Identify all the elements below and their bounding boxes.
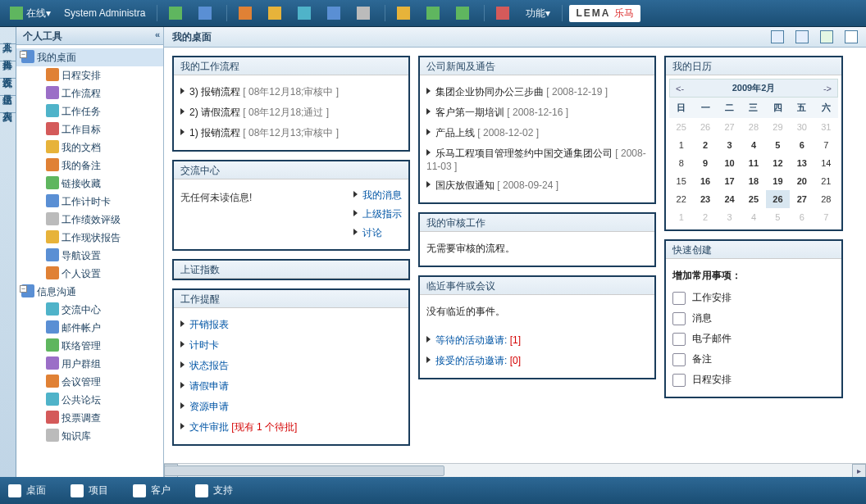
tree-item[interactable]: 交流中心: [16, 301, 163, 319]
tree-item[interactable]: 导航设置: [16, 247, 163, 265]
cal-day[interactable]: 27: [790, 190, 814, 208]
remind-row[interactable]: 状态报告: [180, 356, 402, 376]
cal-day[interactable]: 20: [790, 172, 814, 190]
tree-item[interactable]: 会议管理: [16, 373, 163, 391]
tree-toggle-icon[interactable]: −: [20, 51, 27, 58]
cal-day[interactable]: 15: [669, 172, 693, 190]
sidebar-collapse-icon[interactable]: «: [155, 30, 160, 39]
cal-day[interactable]: 22: [669, 190, 693, 208]
hscroll-thumb[interactable]: [164, 465, 444, 476]
cal-day[interactable]: 24: [718, 190, 741, 208]
cal-day[interactable]: 4: [741, 208, 765, 226]
tree-item[interactable]: 工作计时卡: [16, 193, 163, 211]
status-btn[interactable]: 在线▾: [5, 3, 56, 23]
cal-day[interactable]: 25: [741, 190, 765, 208]
tree-item[interactable]: 我的备注: [16, 157, 163, 175]
news-row[interactable]: 客户第一期培训 [ 2008-12-16 ]: [426, 102, 648, 123]
cal-day[interactable]: 10: [718, 154, 741, 172]
tree-item[interactable]: 工作目标: [16, 120, 163, 138]
cal-day[interactable]: 31: [814, 118, 838, 136]
tree-item[interactable]: 投票调查: [16, 409, 163, 427]
cal-next[interactable]: ->: [818, 81, 837, 96]
cal-day[interactable]: 26: [766, 190, 790, 208]
tb-mail-new[interactable]: [293, 3, 319, 23]
tb-close[interactable]: [491, 3, 517, 23]
cal-day[interactable]: 17: [718, 172, 741, 190]
workflow-row[interactable]: 3) 报销流程 [ 08年12月18;审核中 ]: [180, 82, 402, 102]
cal-day[interactable]: 13: [790, 154, 814, 172]
tree-group-0[interactable]: −我的桌面: [16, 48, 163, 66]
workflow-row[interactable]: 2) 请假流程 [ 08年12月18;通过 ]: [180, 102, 402, 123]
horizontal-scrollbar[interactable]: ◂ ▸: [164, 463, 866, 477]
tb-nav-back[interactable]: [164, 3, 190, 23]
cal-day[interactable]: 5: [766, 136, 790, 154]
cal-day[interactable]: 12: [766, 154, 790, 172]
cal-day[interactable]: 28: [741, 118, 765, 136]
cal-day[interactable]: 1: [669, 136, 693, 154]
bottom-tab-0[interactable]: 桌面: [8, 484, 46, 497]
tree-item[interactable]: 我的文档: [16, 138, 163, 157]
event-invite-row[interactable]: 接受的活动邀请: [0]: [426, 351, 648, 371]
tree-toggle-icon[interactable]: −: [20, 285, 27, 293]
comm-link[interactable]: 讨论: [353, 224, 402, 243]
hdr-edit-icon[interactable]: [845, 30, 858, 43]
vtab-3[interactable]: 信息提示: [0, 79, 16, 96]
tree-item[interactable]: 工作任务: [16, 102, 163, 120]
news-row[interactable]: 产品上线 [ 2008-12-02 ]: [426, 123, 648, 143]
cal-day[interactable]: 30: [790, 118, 814, 136]
tree-item[interactable]: 工作现状报告: [16, 229, 163, 247]
cal-prev[interactable]: <-: [670, 81, 690, 96]
tb-mail-out[interactable]: [352, 3, 378, 23]
cal-day[interactable]: 29: [766, 118, 790, 136]
quick-item[interactable]: 工作安排: [672, 288, 835, 308]
bottom-tab-2[interactable]: 客户: [133, 484, 171, 497]
tree-item[interactable]: 工作绩效评级: [16, 211, 163, 229]
tb-help[interactable]: [392, 3, 418, 23]
tree-item[interactable]: 联络管理: [16, 337, 163, 355]
tree-item[interactable]: 工作流程: [16, 84, 163, 102]
remind-row[interactable]: 请假申请: [180, 376, 402, 397]
news-row[interactable]: 集团企业协同办公三步曲 [ 2008-12-19 ]: [426, 82, 648, 102]
tree-item[interactable]: 邮件帐户: [16, 319, 163, 337]
tb-mail-in[interactable]: [322, 3, 349, 23]
workflow-row[interactable]: 1) 报销流程 [ 08年12月13;审核中 ]: [180, 123, 402, 143]
cal-day[interactable]: 7: [814, 208, 838, 226]
tb-func[interactable]: 功能▾: [521, 3, 555, 23]
cal-day[interactable]: 3: [718, 136, 741, 154]
cal-day[interactable]: 18: [741, 172, 765, 190]
cal-day[interactable]: 6: [790, 208, 814, 226]
cal-day[interactable]: 28: [814, 190, 838, 208]
vtab-2[interactable]: 系统设置: [0, 61, 16, 79]
tree-item[interactable]: 知识库: [16, 427, 163, 445]
cal-day[interactable]: 4: [741, 136, 765, 154]
cal-day[interactable]: 3: [718, 208, 741, 226]
remind-row[interactable]: 资源申请: [180, 397, 402, 417]
cal-day[interactable]: 6: [790, 136, 814, 154]
hscroll-right[interactable]: ▸: [852, 464, 866, 477]
cal-day[interactable]: 25: [669, 118, 693, 136]
comm-link[interactable]: 上级指示: [353, 205, 402, 224]
remind-row[interactable]: 开销报表: [180, 315, 402, 335]
news-row[interactable]: 乐马工程项目管理签约中国交通集团公司 [ 2008-11-03 ]: [426, 143, 648, 175]
news-row[interactable]: 国庆放假通知 [ 2008-09-24 ]: [426, 175, 648, 196]
cal-day[interactable]: 5: [766, 208, 790, 226]
cal-day[interactable]: 21: [814, 172, 838, 190]
cal-day[interactable]: 9: [693, 154, 717, 172]
tree-item[interactable]: 日程安排: [16, 66, 163, 84]
tree-group-1[interactable]: −信息沟通: [16, 283, 163, 301]
cal-day[interactable]: 2: [693, 136, 717, 154]
vtab-0[interactable]: 个人工具: [0, 27, 16, 44]
quick-item[interactable]: 备注: [672, 349, 835, 370]
bottom-tab-1[interactable]: 项目: [71, 484, 108, 497]
tree-item[interactable]: 个人设置: [16, 265, 163, 283]
vtab-4[interactable]: 人员列表: [0, 96, 16, 113]
tb-next[interactable]: [451, 3, 477, 23]
cal-day[interactable]: 26: [693, 118, 717, 136]
quick-item[interactable]: 消息: [672, 308, 835, 329]
remind-row[interactable]: 文件审批 [现有 1 个待批]: [180, 417, 402, 438]
tree-item[interactable]: 用户群组: [16, 355, 163, 373]
quick-item[interactable]: 日程安排: [672, 370, 835, 390]
tree-item[interactable]: 公共论坛: [16, 391, 163, 409]
tb-prev[interactable]: [422, 3, 448, 23]
cal-day[interactable]: 16: [693, 172, 717, 190]
